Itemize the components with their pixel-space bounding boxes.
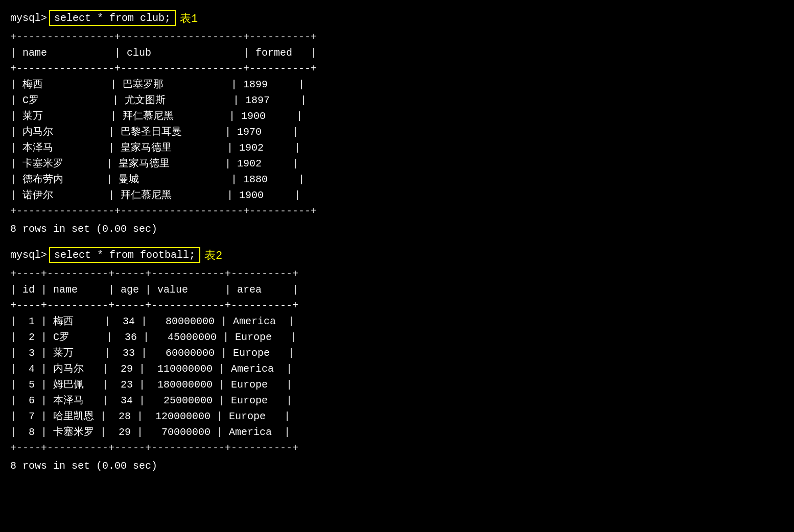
prompt-1: mysql> (10, 12, 47, 24)
section2: mysql> select * from football; 表2 +----+… (10, 247, 784, 472)
table-label-2: 表2 (204, 248, 222, 263)
sql-command-2: select * from football; (49, 247, 200, 263)
result-info-2: 8 rows in set (0.00 sec) (10, 460, 784, 472)
table1-content: +----------------+--------------------+-… (10, 29, 784, 219)
result-info-1: 8 rows in set (0.00 sec) (10, 223, 784, 235)
section1: mysql> select * from club; 表1 +---------… (10, 10, 784, 235)
sql-command-1: select * from club; (49, 10, 176, 26)
prompt-line-1: mysql> select * from club; 表1 (10, 10, 784, 26)
table-label-1: 表1 (180, 11, 198, 26)
prompt-2: mysql> (10, 249, 47, 261)
table2-content: +----+----------+-----+------------+----… (10, 266, 784, 456)
prompt-line-2: mysql> select * from football; 表2 (10, 247, 784, 263)
